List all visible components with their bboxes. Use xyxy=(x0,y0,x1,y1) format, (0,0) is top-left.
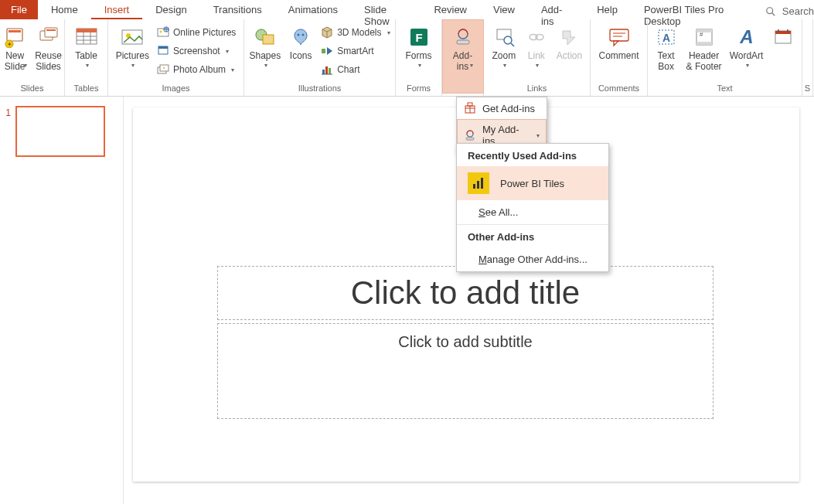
group-images-label: Images xyxy=(108,83,244,96)
store-icon xyxy=(464,102,476,114)
date-time-button[interactable] xyxy=(767,22,799,52)
tab-help[interactable]: Help xyxy=(584,0,631,19)
chevron-down-icon: ▾ xyxy=(746,62,749,69)
chart-button[interactable]: Chart xyxy=(317,61,393,78)
new-slide-label: New Slide xyxy=(5,51,26,73)
screenshot-button[interactable]: Screenshot ▾ xyxy=(153,43,240,60)
svg-marker-34 xyxy=(327,47,332,55)
group-slides: ✦ New Slide ▾ Reuse Slides Slides xyxy=(0,19,65,96)
header-footer-button[interactable]: # Header & Footer xyxy=(683,22,726,75)
action-label: Action xyxy=(557,51,582,62)
photo-album-icon xyxy=(157,63,169,76)
reuse-slides-button[interactable]: Reuse Slides xyxy=(31,22,66,75)
date-time-icon xyxy=(771,25,795,49)
subtitle-placeholder-text: Click to add subtitle xyxy=(398,333,532,351)
online-pictures-icon xyxy=(157,26,169,39)
textbox-button[interactable]: A Text Box xyxy=(650,22,683,75)
slide-thumbnail-panel: 1 xyxy=(0,97,124,504)
tab-transitions[interactable]: Transitions xyxy=(200,0,275,19)
tab-design[interactable]: Design xyxy=(142,0,199,19)
action-button: Action xyxy=(553,22,586,64)
new-slide-button[interactable]: ✦ New Slide ▾ xyxy=(0,22,31,71)
icons-label: Icons xyxy=(290,51,312,62)
group-symbols-truncated: S xyxy=(802,19,813,96)
group-text-label: Text xyxy=(648,83,802,96)
svg-marker-48 xyxy=(563,31,575,45)
see-all-rest: ee All... xyxy=(485,206,519,218)
comment-button[interactable]: Comment xyxy=(595,22,643,64)
forms-icon: F xyxy=(407,25,431,49)
see-all-item[interactable]: See All... xyxy=(457,200,608,224)
svg-point-30 xyxy=(302,34,305,36)
wordart-button[interactable]: A WordArt ▾ xyxy=(726,22,768,71)
table-button[interactable]: Table ▾ xyxy=(70,22,103,71)
pictures-button[interactable]: Pictures ▾ xyxy=(112,22,153,71)
tab-powerbi-tiles-pro[interactable]: PowerBI Tiles Pro Desktop xyxy=(631,0,761,19)
svg-line-45 xyxy=(511,43,514,46)
manage-other-addins-item[interactable]: Manage Other Add-ins... xyxy=(457,247,608,271)
smartart-button[interactable]: SmartArt xyxy=(317,43,393,60)
addins-icon xyxy=(451,25,475,49)
svg-rect-37 xyxy=(329,68,331,74)
svg-rect-69 xyxy=(466,138,474,140)
forms-button[interactable]: F Forms ▾ xyxy=(402,22,436,71)
tab-animations[interactable]: Animations xyxy=(275,0,351,19)
chevron-down-icon: ▾ xyxy=(231,66,234,73)
tab-file[interactable]: File xyxy=(0,0,38,19)
link-label: Link xyxy=(528,51,545,62)
addins-button[interactable]: Add- ins ▾ xyxy=(442,19,484,94)
chevron-down-icon: ▾ xyxy=(536,132,540,139)
other-addins-header: Other Add-ins xyxy=(457,225,608,247)
screenshot-label: Screenshot xyxy=(173,46,220,56)
header-footer-icon: # xyxy=(692,25,717,49)
icons-icon xyxy=(288,25,313,49)
svg-rect-36 xyxy=(325,66,328,74)
chart-icon xyxy=(321,63,333,76)
reuse-slides-label: Reuse Slides xyxy=(35,51,62,73)
svg-rect-57 xyxy=(696,42,712,45)
subtitle-placeholder[interactable]: Click to add subtitle xyxy=(218,324,713,418)
tab-view[interactable]: View xyxy=(480,0,528,19)
shapes-button[interactable]: Shapes ▾ xyxy=(245,22,284,71)
addin-power-bi-tiles-label: Power BI Tiles xyxy=(500,178,564,189)
svg-point-26 xyxy=(163,67,165,69)
get-addins-item[interactable]: Get Add-ins xyxy=(457,97,547,119)
group-tables: Table ▾ Tables xyxy=(65,19,108,96)
table-icon xyxy=(74,25,99,49)
online-pictures-button[interactable]: Online Pictures xyxy=(153,24,240,41)
screenshot-icon xyxy=(157,45,169,57)
chevron-down-icon: ▾ xyxy=(536,62,539,69)
zoom-icon xyxy=(492,25,516,49)
tab-slideshow[interactable]: Slide Show xyxy=(351,0,421,19)
tab-home[interactable]: Home xyxy=(38,0,91,19)
chevron-down-icon: ▾ xyxy=(86,62,89,69)
tab-insert[interactable]: Insert xyxy=(91,0,143,19)
title-placeholder[interactable]: Click to add title xyxy=(218,267,713,319)
svg-marker-50 xyxy=(614,41,618,46)
tab-review[interactable]: Review xyxy=(421,0,480,19)
photo-album-button[interactable]: Photo Album ▾ xyxy=(153,61,240,78)
svg-point-29 xyxy=(298,34,300,36)
svg-text:A: A xyxy=(739,27,753,47)
svg-rect-10 xyxy=(77,29,97,32)
ribbon-search[interactable]: Search xyxy=(765,2,814,19)
zoom-button[interactable]: Zoom ▾ xyxy=(488,22,520,71)
icons-button[interactable]: Icons xyxy=(284,22,317,64)
slide-thumbnail-1[interactable] xyxy=(15,106,105,157)
wordart-icon: A xyxy=(734,25,759,49)
svg-rect-3 xyxy=(9,30,21,32)
thumbnail-number: 1 xyxy=(3,106,11,157)
tab-addins[interactable]: Add-ins xyxy=(528,0,584,19)
smartart-label: SmartArt xyxy=(337,46,373,56)
shapes-icon xyxy=(253,25,278,49)
addin-power-bi-tiles[interactable]: Power BI Tiles xyxy=(457,166,608,200)
3d-models-button[interactable]: 3D Models ▾ xyxy=(317,24,393,41)
chevron-down-icon: ▾ xyxy=(24,62,27,69)
chevron-down-icon: ▾ xyxy=(226,48,229,55)
chart-label: Chart xyxy=(337,64,359,75)
group-images: Pictures ▾ Online Pictures Screenshot ▾ xyxy=(108,19,244,96)
link-icon xyxy=(524,25,549,49)
table-label: Table xyxy=(75,51,97,62)
wordart-label: WordArt xyxy=(730,51,764,62)
photo-album-label: Photo Album xyxy=(173,64,226,75)
